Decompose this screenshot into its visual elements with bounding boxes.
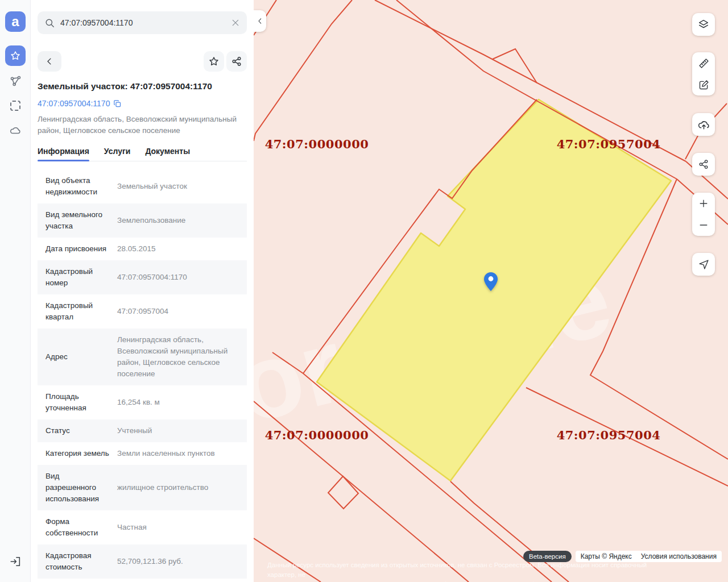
table-row: Вид земельного участкаЗемлепользование <box>38 203 247 238</box>
row-label: Статус <box>46 425 109 436</box>
cloud-upload-icon <box>697 118 710 131</box>
navigate-arrow-icon <box>698 259 710 271</box>
row-value: жилищное строительство <box>117 482 239 493</box>
row-value: 52,709,121.36 руб. <box>117 556 239 567</box>
chevron-left-icon <box>44 56 55 66</box>
share-button[interactable] <box>226 51 247 72</box>
row-value: 47:07:0957004:1170 <box>117 272 239 283</box>
cloud-icon <box>9 124 22 137</box>
row-value: Частная <box>117 522 239 533</box>
star-icon <box>10 50 21 61</box>
attributes-table: Вид объекта недвижимостиЗемельный участо… <box>31 169 254 579</box>
terms-of-use-link[interactable]: Условия использования <box>641 552 717 560</box>
search-icon <box>44 18 55 28</box>
edit-icon <box>698 79 710 91</box>
row-value: Земельный участок <box>117 181 239 192</box>
cadastral-number-text: 47:07:0957004:1170 <box>38 99 110 108</box>
map-disclaimer: Данный ресурс использует сведения из отк… <box>267 560 665 582</box>
cadastral-map-app: a <box>0 0 728 582</box>
quarter-label: 47:07:0000000 <box>265 428 369 442</box>
zoom-controls <box>692 193 715 236</box>
tab-information[interactable]: Информация <box>38 143 89 161</box>
search-input[interactable] <box>60 18 231 27</box>
row-label: Кадастровый номер <box>46 266 109 289</box>
sidebar-item-sign-in[interactable] <box>5 551 26 572</box>
minus-icon <box>698 219 709 231</box>
sidebar-item-select-area[interactable] <box>5 95 26 116</box>
clear-search-icon[interactable] <box>231 18 240 27</box>
sidebar-item-cloud[interactable] <box>5 120 26 141</box>
disclaimer-line: гарантирует точность и не имеет юридичес… <box>267 580 665 582</box>
sign-in-icon <box>9 555 22 568</box>
zoom-in-button[interactable] <box>698 198 709 209</box>
row-label: Вид земельного участка <box>46 209 109 232</box>
polygon-nodes-icon <box>9 74 22 87</box>
locate-me-button[interactable] <box>692 253 715 276</box>
row-value: Учтенный <box>117 425 239 436</box>
map-canvas[interactable]: torgi.me <box>254 0 728 582</box>
row-value: 47:07:0957004 <box>117 306 239 317</box>
plus-icon <box>698 198 709 209</box>
logo-a-icon: a <box>11 15 19 28</box>
table-row: Кадастровый квартал47:07:0957004 <box>38 294 247 329</box>
row-value: Ленинградская область, Всеволожский муни… <box>117 334 239 380</box>
table-row: Дата присвоения28.05.2015 <box>38 238 247 260</box>
table-row: Вид объекта недвижимостиЗемельный участо… <box>38 169 247 203</box>
favorite-button[interactable] <box>204 51 224 72</box>
cadastral-number-link[interactable]: 47:07:0957004:1170 <box>38 99 247 108</box>
row-value: 28.05.2015 <box>117 243 239 255</box>
object-info-panel: Земельный участок: 47:07:0957004:1170 47… <box>31 0 254 582</box>
tab-services[interactable]: Услуги <box>104 143 131 161</box>
sidebar: a <box>0 0 31 582</box>
tab-documents[interactable]: Документы <box>145 143 190 161</box>
back-button[interactable] <box>38 51 61 72</box>
quarter-label: 47:07:0957004 <box>557 428 661 442</box>
app-logo[interactable]: a <box>5 11 26 32</box>
collapse-panel-button[interactable] <box>254 10 266 32</box>
measure-button[interactable] <box>698 57 710 69</box>
chevron-left-icon <box>256 17 264 25</box>
copy-icon[interactable] <box>113 99 122 108</box>
share-nodes-icon <box>698 159 709 170</box>
map-provider: Карты © Яндекс <box>581 552 632 560</box>
share-nodes-icon <box>231 56 242 67</box>
table-row: Вид разрешенного использованияжилищное с… <box>38 465 247 510</box>
dashed-square-icon <box>10 101 20 111</box>
table-row: Площадь уточненная16,254 кв. м <box>38 385 247 419</box>
sidebar-item-polygon-tool[interactable] <box>5 70 26 91</box>
table-row: Кадастровая стоимость52,709,121.36 руб. <box>38 544 247 579</box>
location-pin <box>483 272 498 292</box>
row-label: Дата присвоения <box>46 243 109 255</box>
row-label: Вид разрешенного использования <box>46 471 109 505</box>
row-value: 16,254 кв. м <box>117 397 239 408</box>
table-row: Кадастровый номер47:07:0957004:1170 <box>38 260 247 294</box>
quarter-label: 47:07:0957004 <box>557 137 661 151</box>
row-label: Форма собственности <box>46 516 109 539</box>
zoom-out-button[interactable] <box>698 219 709 231</box>
edit-button[interactable] <box>698 79 710 91</box>
share-map-button[interactable] <box>692 153 715 176</box>
ruler-icon <box>698 57 710 69</box>
row-label: Площадь уточненная <box>46 391 109 414</box>
row-label: Кадастровый квартал <box>46 300 109 323</box>
row-label: Кадастровая стоимость <box>46 550 109 573</box>
row-label: Адрес <box>46 351 109 363</box>
quarter-label: 47:07:0000000 <box>265 137 369 151</box>
row-value: Землепользование <box>117 215 239 226</box>
search-bar[interactable] <box>38 11 247 34</box>
table-row: АдресЛенинградская область, Всеволожский… <box>38 329 247 385</box>
table-row: СтатусУчтенный <box>38 419 247 442</box>
row-label: Категория земель <box>46 448 109 459</box>
page-title: Земельный участок: 47:07:0957004:1170 <box>38 81 247 92</box>
upload-button[interactable] <box>692 113 715 136</box>
draw-tools-group <box>692 52 715 95</box>
layers-button[interactable] <box>692 13 715 36</box>
table-row: Категория земельЗемли населенных пунктов <box>38 442 247 465</box>
tab-bar: Информация Услуги Документы <box>38 143 247 161</box>
panel-header <box>38 51 247 72</box>
star-outline-icon <box>208 56 220 67</box>
object-address: Ленинградская область, Всеволожский муни… <box>38 114 247 136</box>
disclaimer-line: Данный ресурс использует сведения из отк… <box>267 560 665 580</box>
row-value: Земли населенных пунктов <box>117 448 239 459</box>
sidebar-item-favorites[interactable] <box>5 45 26 66</box>
